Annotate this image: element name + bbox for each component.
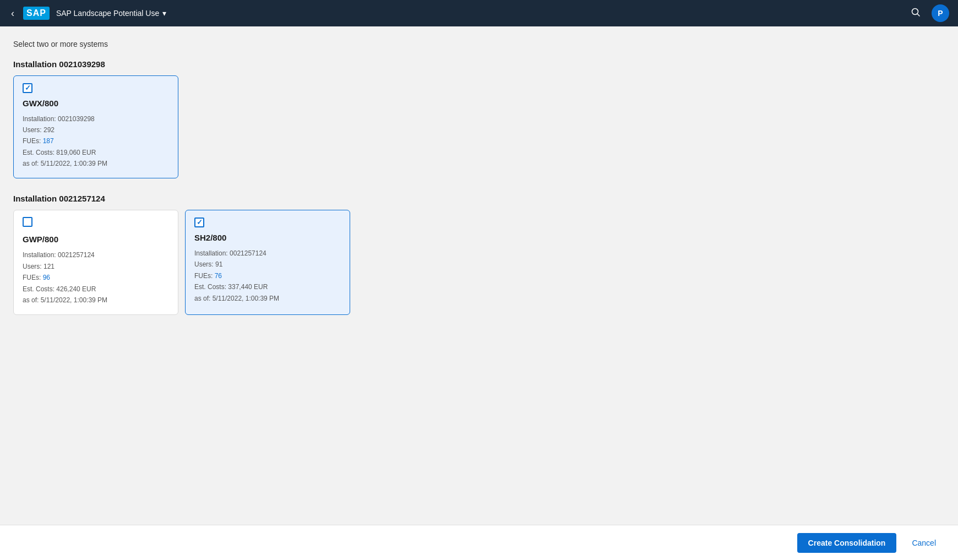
installation-group-inst1: Installation 0021039298GWX/800Installati… bbox=[13, 59, 945, 178]
installation-group-inst2: Installation 0021257124GWP/800Installati… bbox=[13, 194, 945, 315]
app-title: SAP Landscape Potential Use ▾ bbox=[56, 9, 166, 18]
main-content: Select two or more systems Installation … bbox=[0, 26, 958, 560]
checkbox-sh2800[interactable] bbox=[194, 218, 204, 227]
cards-row-inst2: GWP/800Installation: 0021257124Users: 12… bbox=[13, 210, 945, 315]
page-instruction: Select two or more systems bbox=[13, 40, 945, 48]
system-name-gwx800: GWX/800 bbox=[23, 99, 169, 108]
user-avatar[interactable]: P bbox=[932, 4, 949, 22]
installation-title-inst1: Installation 0021039298 bbox=[13, 59, 945, 69]
checkbox-row-gwx800 bbox=[23, 83, 169, 93]
checkbox-gwp800[interactable] bbox=[23, 217, 32, 227]
card-detail-gwx800: Installation: 0021039298Users: 292FUEs: … bbox=[23, 113, 169, 170]
app-name-label: SAP Landscape Potential Use bbox=[56, 9, 159, 18]
installation-title-inst2: Installation 0021257124 bbox=[13, 194, 945, 203]
checkbox-row-sh2800 bbox=[194, 217, 341, 227]
cards-row-inst1: GWX/800Installation: 0021039298Users: 29… bbox=[13, 75, 945, 178]
cancel-button[interactable]: Cancel bbox=[903, 533, 945, 553]
checkbox-gwx800[interactable] bbox=[23, 83, 32, 93]
app-name-arrow: ▾ bbox=[162, 9, 166, 18]
page-footer: Create Consolidation Cancel bbox=[0, 525, 958, 560]
app-header: ‹ SAP SAP Landscape Potential Use ▾ P bbox=[0, 0, 958, 26]
installations-container: Installation 0021039298GWX/800Installati… bbox=[13, 59, 945, 315]
card-detail-sh2800: Installation: 0021257124Users: 91FUEs: 7… bbox=[194, 248, 341, 304]
search-icon bbox=[911, 7, 921, 17]
back-button[interactable]: ‹ bbox=[9, 6, 17, 21]
search-button[interactable] bbox=[906, 5, 925, 22]
system-card-gwx800[interactable]: GWX/800Installation: 0021039298Users: 29… bbox=[13, 75, 178, 178]
sap-logo-text: SAP bbox=[23, 7, 50, 20]
system-card-sh2800[interactable]: SH2/800Installation: 0021257124Users: 91… bbox=[185, 210, 350, 315]
sap-logo: SAP bbox=[23, 7, 50, 20]
system-name-sh2800: SH2/800 bbox=[194, 233, 341, 242]
svg-line-1 bbox=[917, 14, 919, 16]
system-name-gwp800: GWP/800 bbox=[23, 235, 169, 244]
system-card-gwp800[interactable]: GWP/800Installation: 0021257124Users: 12… bbox=[13, 210, 178, 315]
card-detail-gwp800: Installation: 0021257124Users: 121FUEs: … bbox=[23, 249, 169, 306]
checkbox-row-gwp800 bbox=[23, 217, 169, 229]
create-consolidation-button[interactable]: Create Consolidation bbox=[797, 533, 897, 553]
